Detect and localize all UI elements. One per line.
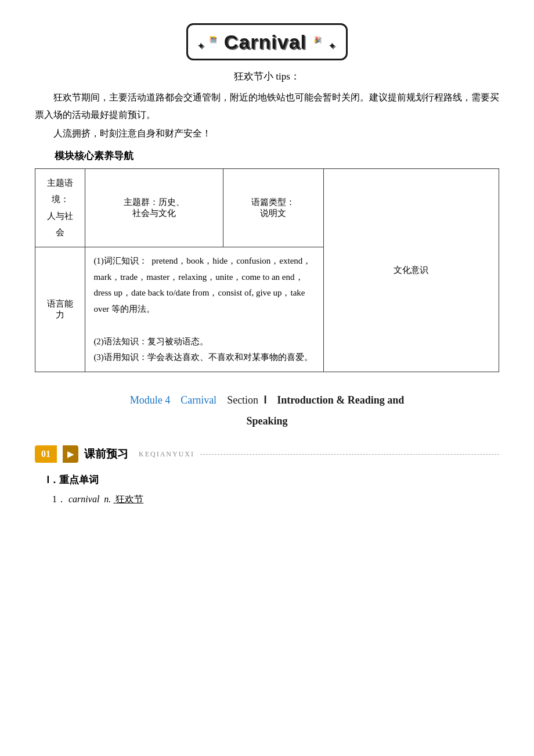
module-nav-title: 模块核心素养导航 (35, 149, 499, 163)
section-bar-sub: KEQIANYUXI (139, 450, 194, 459)
vocab-word: carnival (68, 494, 99, 504)
intro-text: Introduction & Reading and (277, 394, 404, 406)
num-badge-right: ▶ (63, 445, 78, 463)
tips-para1: 狂欢节期间，主要活动道路都会交通管制，附近的地铁站也可能会暂时关闭。建议提前规划… (35, 89, 499, 124)
content-section: Ⅰ．重点单词 1． carnival n. 狂欢节 (46, 473, 499, 506)
content-heading-vocab: Ⅰ．重点单词 (46, 473, 499, 487)
table-cell-text-type: 语篇类型： 说明文 (223, 168, 323, 247)
logo-decoration-right: 🎉 (313, 36, 322, 42)
vocab-pos: n. (102, 494, 111, 504)
vocab-num: 1． (52, 494, 66, 504)
section-heading: Module 4 Carnival Section Ⅰ Introduction… (35, 390, 499, 431)
section-01-bar: 01 ▶ 课前预习 KEQIANYUXI (35, 445, 499, 463)
module-label: Module 4 (130, 394, 171, 406)
carnival-logo: 🎊 Carnival 🎉 (186, 23, 348, 60)
tips-para2: 人流拥挤，时刻注意自身和财产安全！ (35, 128, 499, 140)
nav-table: 主题语境：人与社会 主题群：历史、 社会与文化 语篇类型： 说明文 文化意识 语… (35, 168, 499, 372)
logo-text: Carnival (224, 31, 306, 53)
section-bar-line (200, 454, 499, 455)
vocab-item-1: 1． carnival n. 狂欢节 (52, 494, 499, 506)
section-bar-label: 课前预习 (84, 447, 128, 462)
table-cell-culture: 文化意识 (323, 168, 499, 372)
logo-area: 🎊 Carnival 🎉 (35, 23, 499, 60)
table-cell-theme: 主题语境：人与社会 (35, 168, 85, 247)
logo-decoration-left: 🎊 (209, 36, 217, 42)
section-word: Section (227, 394, 258, 406)
table-cell-theme-group: 主题群：历史、 社会与文化 (85, 168, 223, 247)
tips-title: 狂欢节小 tips： (35, 70, 499, 83)
section-roman: Ⅰ (261, 394, 267, 406)
vocab-meaning: 狂欢节 (113, 494, 143, 504)
table-cell-language: 语言能力 (35, 247, 85, 372)
speaking-text: Speaking (35, 411, 499, 431)
carnival-label: Carnival (181, 394, 217, 406)
table-cell-language-content: (1)词汇知识： pretend，book，hide，confusion，ext… (85, 247, 323, 372)
num-badge: 01 (35, 445, 57, 463)
